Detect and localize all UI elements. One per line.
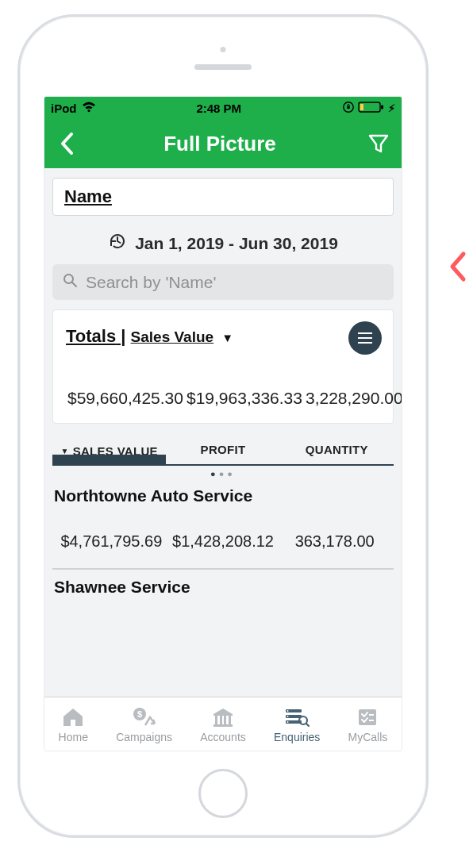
- svg-line-21: [306, 724, 309, 726]
- svg-rect-1: [347, 106, 349, 109]
- tab-campaigns[interactable]: $ Campaigns: [116, 705, 172, 743]
- svg-line-6: [72, 282, 76, 286]
- carousel-prev-icon[interactable]: [446, 249, 468, 287]
- clock: 2:48 PM: [196, 102, 241, 115]
- search-box[interactable]: [52, 264, 394, 300]
- tab-mycalls-label: MyCalls: [348, 731, 388, 743]
- tab-campaigns-label: Campaigns: [116, 731, 172, 743]
- list-item-values: $4,761,795.69 $1,428,208.12 363,178.00: [52, 510, 394, 569]
- svg-point-19: [287, 721, 289, 723]
- totals-card: Totals | Sales Value ▼ $59,660,425.30 $1…: [52, 309, 394, 424]
- results-list[interactable]: Northtowne Auto Service $4,761,795.69 $1…: [52, 480, 394, 637]
- lock-rotation-icon: [342, 101, 355, 116]
- date-range-selector[interactable]: Jan 1, 2019 - Jun 30, 2019: [44, 221, 402, 264]
- chevron-down-icon: ▼: [221, 331, 233, 344]
- status-bar: iPod 2:48 PM ⚡︎: [44, 97, 402, 119]
- svg-rect-4: [360, 104, 363, 110]
- filter-button[interactable]: [365, 130, 392, 157]
- charging-icon: ⚡︎: [388, 102, 395, 114]
- totals-profit: $19,963,336.33: [185, 388, 304, 409]
- campaigns-icon: $: [131, 705, 158, 729]
- accounts-icon: [210, 705, 236, 729]
- dot-active: ●: [210, 469, 219, 478]
- dot: ●: [227, 469, 236, 478]
- tab-profit[interactable]: PROFIT: [166, 438, 279, 464]
- svg-rect-9: [213, 724, 233, 727]
- device-label: iPod: [51, 102, 77, 115]
- list-item-name[interactable]: Shawnee Service: [52, 569, 394, 601]
- wifi-icon: [82, 102, 96, 115]
- column-tabs: ▼SALES VALUE PROFIT QUANTITY: [52, 438, 394, 466]
- list-item-name[interactable]: Northtowne Auto Service: [52, 480, 394, 510]
- date-range-text: Jan 1, 2019 - Jun 30, 2019: [135, 234, 338, 253]
- tab-accounts[interactable]: Accounts: [200, 705, 246, 743]
- active-tab-indicator: [52, 455, 166, 466]
- totals-row: $59,660,425.30 $19,963,336.33 3,228,290.…: [66, 388, 380, 409]
- svg-rect-3: [381, 105, 383, 109]
- svg-point-17: [287, 710, 289, 712]
- cell-quantity: 363,178.00: [279, 532, 390, 551]
- svg-text:$: $: [137, 709, 142, 719]
- svg-point-18: [287, 716, 289, 717]
- svg-rect-12: [224, 716, 226, 724]
- svg-rect-10: [215, 716, 217, 724]
- list-item-values-truncated: [52, 601, 394, 637]
- home-button[interactable]: [198, 769, 248, 818]
- tab-enquiries[interactable]: Enquiries: [274, 705, 320, 743]
- tab-accounts-label: Accounts: [200, 731, 246, 743]
- tab-mycalls[interactable]: MyCalls: [348, 705, 388, 743]
- group-by-selector[interactable]: Name: [52, 178, 394, 216]
- totals-sort-label: Sales Value: [131, 328, 214, 345]
- svg-rect-11: [220, 716, 222, 724]
- tab-home[interactable]: Home: [59, 705, 88, 743]
- camera-dot: [221, 47, 226, 52]
- nav-bar: Full Picture: [44, 119, 402, 168]
- card-menu-button[interactable]: [348, 321, 382, 355]
- tab-quantity[interactable]: QUANTITY: [280, 438, 394, 464]
- home-icon: [60, 705, 87, 729]
- phone-frame: iPod 2:48 PM ⚡︎ Full Picture: [17, 14, 429, 838]
- tab-home-label: Home: [59, 731, 88, 743]
- screen: iPod 2:48 PM ⚡︎ Full Picture: [44, 96, 402, 751]
- svg-rect-13: [229, 716, 231, 724]
- cell-sales-value: $4,761,795.69: [56, 532, 167, 551]
- enquiries-icon: [283, 705, 310, 729]
- search-icon: [62, 272, 78, 292]
- totals-label: Totals: [66, 326, 116, 346]
- dot: ●: [219, 469, 228, 478]
- page-dots: ●●●: [44, 469, 402, 478]
- totals-quantity: 3,228,290.00: [304, 388, 402, 409]
- mycalls-icon: [354, 705, 381, 729]
- search-input[interactable]: [86, 273, 384, 292]
- totals-sort-selector[interactable]: Totals | Sales Value ▼: [66, 326, 380, 347]
- content-area: Name Jan 1, 2019 - Jun 30, 2019 Totals |…: [44, 168, 402, 697]
- cell-profit: $1,428,208.12: [167, 532, 279, 551]
- totals-sales-value: $59,660,425.30: [66, 388, 185, 409]
- group-by-label: Name: [64, 186, 112, 206]
- tab-enquiries-label: Enquiries: [274, 731, 320, 743]
- battery-icon: [358, 101, 385, 116]
- history-icon: [108, 232, 127, 255]
- tab-bar: Home $ Campaigns Accounts Enquiries: [44, 697, 402, 751]
- page-title: Full Picture: [75, 132, 365, 156]
- speaker-bar: [194, 64, 252, 70]
